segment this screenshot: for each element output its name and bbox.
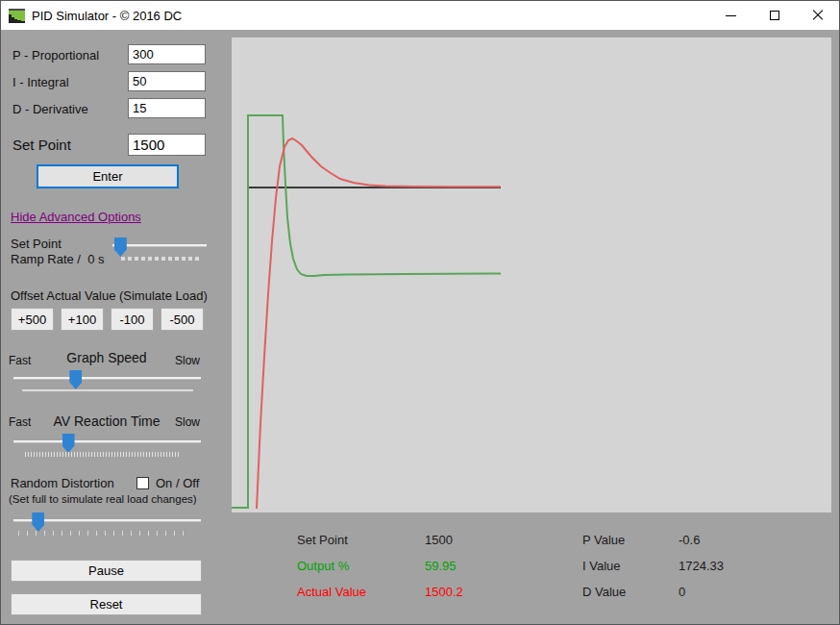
av-reaction-title: AV Reaction Time bbox=[30, 413, 184, 429]
offset-button-minus100[interactable]: -100 bbox=[111, 308, 154, 331]
p-input[interactable] bbox=[128, 44, 206, 64]
graph-speed-fast-label: Fast bbox=[9, 354, 31, 367]
offset-label: Offset Actual Value (Simulate Load) bbox=[11, 288, 208, 303]
graph-speed-slider[interactable] bbox=[13, 368, 201, 393]
random-distortion-checkbox[interactable] bbox=[136, 477, 149, 489]
ramp-label-line2: Ramp Rate / 0 s bbox=[11, 252, 105, 266]
readout-label: Output % bbox=[297, 559, 425, 573]
readout-label: Actual Value bbox=[297, 585, 425, 599]
hide-advanced-options-link[interactable]: Hide Advanced Options bbox=[11, 210, 141, 224]
readout-label: I Value bbox=[582, 559, 679, 573]
slider-ticks bbox=[18, 531, 191, 536]
slider-ticks bbox=[22, 389, 193, 391]
slider-track bbox=[13, 440, 201, 443]
i-label: I - Integral bbox=[12, 75, 69, 89]
enter-button[interactable]: Enter bbox=[37, 164, 179, 188]
p-label: P - Proportional bbox=[12, 48, 99, 62]
pause-button[interactable]: Pause bbox=[11, 560, 202, 582]
ramp-label-line1: Set Point bbox=[11, 237, 62, 251]
readout-value: 1500.2 bbox=[425, 585, 463, 599]
av-reaction-slow-label: Slow bbox=[175, 415, 200, 429]
series-output-percent bbox=[232, 115, 501, 508]
readout-label: D Value bbox=[582, 585, 679, 599]
random-distortion-slider[interactable] bbox=[13, 511, 201, 536]
slider-thumb[interactable] bbox=[32, 512, 44, 532]
series-actual-value bbox=[257, 138, 501, 509]
offset-button-plus500[interactable]: +500 bbox=[11, 308, 54, 331]
readout-label: Set Point bbox=[297, 533, 425, 547]
maximize-button[interactable] bbox=[753, 1, 796, 30]
maximize-icon bbox=[770, 11, 779, 20]
readout-value: 1724.33 bbox=[679, 559, 724, 573]
pid-chart-canvas bbox=[232, 38, 831, 512]
i-input[interactable] bbox=[128, 71, 206, 91]
readout-value: 59.95 bbox=[425, 559, 457, 573]
offset-button-minus500[interactable]: -500 bbox=[161, 308, 204, 331]
title-bar: PID Simulator - © 2016 DC bbox=[1, 1, 839, 30]
readout-row: D Value0 bbox=[582, 585, 685, 600]
ramp-rate-slider[interactable] bbox=[112, 236, 207, 261]
app-window: PID Simulator - © 2016 DC P - Proportion… bbox=[0, 0, 840, 625]
readout-row: P Value-0.6 bbox=[582, 533, 700, 548]
readout-value: 1500 bbox=[425, 533, 453, 547]
slider-track bbox=[13, 377, 201, 380]
slider-ticks bbox=[121, 257, 201, 261]
av-reaction-slider[interactable] bbox=[13, 432, 201, 457]
readout-value: 0 bbox=[679, 585, 685, 599]
slider-thumb[interactable] bbox=[69, 370, 82, 389]
graph-speed-title: Graph Speed bbox=[30, 350, 184, 365]
graph-speed-slow-label: Slow bbox=[175, 354, 200, 367]
close-icon bbox=[812, 10, 824, 21]
set-point-label: Set Point bbox=[12, 137, 71, 153]
d-label: D - Derivative bbox=[12, 102, 88, 116]
minimize-icon bbox=[726, 15, 736, 16]
minimize-button[interactable] bbox=[709, 1, 753, 30]
readout-label: P Value bbox=[582, 533, 679, 547]
offset-buttons: +500+100-100-500 bbox=[11, 308, 210, 331]
readout-row: Actual Value1500.2 bbox=[297, 585, 463, 600]
ramp-rate-prefix: Ramp Rate / bbox=[11, 252, 81, 266]
readout-value: -0.6 bbox=[679, 533, 700, 547]
reset-button[interactable]: Reset bbox=[11, 593, 202, 615]
av-reaction-fast-label: Fast bbox=[9, 415, 31, 429]
window-title: PID Simulator - © 2016 DC bbox=[32, 9, 182, 23]
close-button[interactable] bbox=[796, 1, 839, 30]
slider-thumb[interactable] bbox=[114, 238, 127, 257]
d-input[interactable] bbox=[128, 98, 206, 118]
ramp-rate-value: 0 s bbox=[87, 252, 104, 266]
readout-row: Output %59.95 bbox=[297, 559, 457, 574]
readout-row: I Value1724.33 bbox=[582, 559, 724, 574]
random-distortion-label: Random Distortion bbox=[11, 476, 114, 490]
on-off-label: On / Off bbox=[156, 476, 199, 490]
pid-chart bbox=[232, 38, 831, 512]
slider-thumb[interactable] bbox=[62, 434, 75, 453]
app-icon bbox=[9, 9, 25, 23]
set-point-input[interactable] bbox=[128, 134, 206, 156]
random-distortion-note: (Set full to simulate real load changes) bbox=[9, 493, 197, 505]
readout-row: Set Point1500 bbox=[297, 533, 453, 548]
slider-ticks bbox=[25, 452, 180, 457]
offset-button-plus100[interactable]: +100 bbox=[61, 308, 104, 331]
